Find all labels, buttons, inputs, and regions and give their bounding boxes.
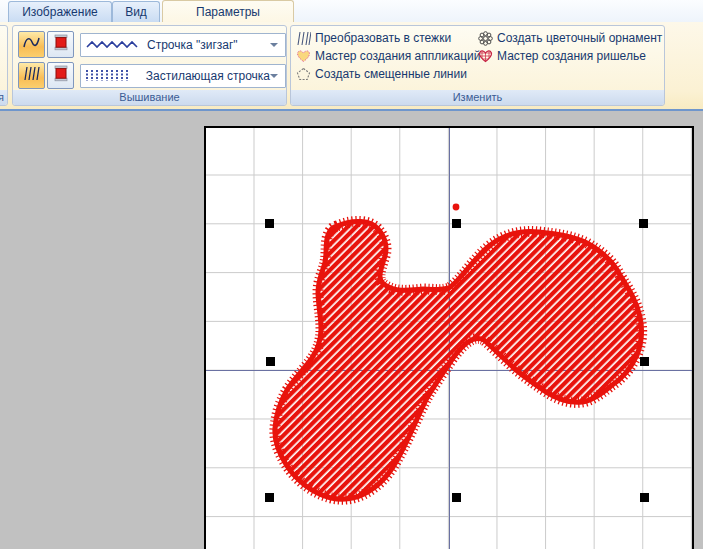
design-document[interactable]	[204, 126, 694, 549]
edit-group-column-2: Создать цветочный орнамент Мас	[477, 29, 662, 65]
thread-spool-icon	[52, 65, 70, 86]
applique-wizard-label: Мастер создания аппликаций	[315, 49, 480, 63]
tab-view[interactable]: Вид	[112, 1, 160, 22]
partial-group-label: я	[0, 90, 7, 105]
zigzag-preview-icon	[81, 39, 147, 50]
chevron-down-icon	[270, 74, 278, 78]
zigzag-stitch-icon	[22, 34, 41, 55]
richelieu-wizard-label: Мастер создания ришелье	[497, 49, 646, 63]
floral-ornament-label: Создать цветочный орнамент	[497, 31, 662, 45]
richelieu-wizard-button[interactable]: Мастер создания ришелье	[477, 47, 662, 65]
fill-stitch-icon	[22, 65, 41, 86]
selection-handle-top-center[interactable]	[452, 219, 461, 228]
selection-handle-bottom-center[interactable]	[452, 493, 461, 502]
selection-handle-mid-left[interactable]	[266, 357, 275, 366]
fill-stitch-dropdown-value: Застилающая строчка	[146, 69, 270, 83]
fill-thread-color-button[interactable]	[47, 62, 74, 89]
offset-lines-label: Создать смещенные линии	[315, 67, 467, 81]
selection-handle-mid-right[interactable]	[640, 357, 649, 366]
fill-stitch-dropdown[interactable]: Застилающая строчка	[80, 64, 286, 88]
stitches-icon	[295, 31, 312, 46]
app-window: Изображение Вид Параметры я	[0, 0, 703, 549]
edit-group-label: Изменить	[291, 90, 664, 105]
ribbon-group-embroidery: Строчка "зигзаг"	[12, 25, 287, 106]
satin-fill-body	[275, 221, 642, 499]
fill-stitch-button[interactable]	[18, 62, 45, 89]
ribbon-group-partial: я	[0, 25, 8, 106]
selection-handle-bottom-left[interactable]	[265, 493, 274, 502]
tab-parameters[interactable]: Параметры	[162, 0, 294, 22]
selection-handle-bottom-right[interactable]	[640, 493, 649, 502]
zigzag-stitch-dropdown[interactable]: Строчка "зигзаг"	[80, 33, 286, 57]
embroidery-design[interactable]	[206, 128, 692, 549]
zigzag-thread-color-button[interactable]	[47, 31, 74, 58]
edit-group-column-1: Преобразовать в стежки Мастер создания а…	[295, 29, 480, 83]
stitch-start-point[interactable]	[453, 204, 460, 211]
selection-handle-top-left[interactable]	[265, 219, 274, 228]
tab-image[interactable]: Изображение	[8, 1, 112, 22]
floral-ornament-button[interactable]: Создать цветочный орнамент	[477, 29, 662, 47]
offset-lines-pentagon-icon	[295, 67, 312, 81]
applique-heart-icon	[295, 49, 312, 63]
flower-ornament-icon	[477, 31, 494, 46]
ribbon-tab-bar: Изображение Вид Параметры	[0, 0, 703, 22]
convert-to-stitches-button[interactable]: Преобразовать в стежки	[295, 29, 480, 47]
selection-handle-top-right[interactable]	[639, 219, 648, 228]
ribbon: я	[0, 22, 703, 111]
convert-to-stitches-label: Преобразовать в стежки	[315, 31, 451, 45]
zigzag-stitch-row: Строчка "зигзаг"	[18, 31, 286, 58]
zigzag-stitch-button[interactable]	[18, 31, 45, 58]
fill-preview-icon	[81, 69, 146, 82]
stitched-shape[interactable]	[275, 204, 642, 500]
thread-spool-icon	[52, 34, 70, 55]
zigzag-stitch-dropdown-value: Строчка "зигзаг"	[147, 38, 270, 52]
embroidery-group-label: Вышивание	[13, 90, 286, 105]
offset-lines-button[interactable]: Создать смещенные линии	[295, 65, 480, 83]
work-canvas[interactable]	[0, 113, 703, 549]
applique-wizard-button[interactable]: Мастер создания аппликаций	[295, 47, 480, 65]
richelieu-heart-icon	[477, 49, 494, 63]
chevron-down-icon	[270, 43, 278, 47]
fill-stitch-row: Застилающая строчка	[18, 62, 286, 89]
ribbon-group-edit: Преобразовать в стежки Мастер создания а…	[290, 25, 665, 106]
